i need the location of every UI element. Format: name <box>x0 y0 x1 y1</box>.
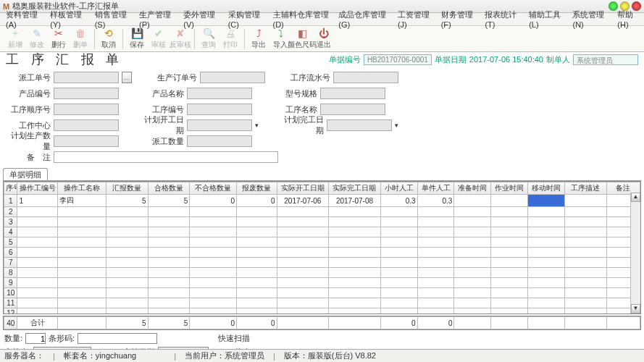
table-row[interactable]: 4 <box>4 227 640 237</box>
table-row[interactable]: 3 <box>4 217 640 227</box>
maker-label: 制单人 <box>546 54 570 65</box>
col-header[interactable]: 实际开工日期 <box>277 182 329 195</box>
status-acct-label: 帐套名： <box>64 351 96 360</box>
toolbar-颜色尺码[interactable]: ◧颜色尺码 <box>291 27 313 51</box>
qty-input[interactable] <box>25 333 46 344</box>
field-label: 工序名称 <box>272 104 317 115</box>
toolbar-退出[interactable]: ⏻退出 <box>313 27 335 51</box>
toolbar-打印: 🖨打印 <box>219 27 241 51</box>
menu-item[interactable]: 系统管理(N) <box>569 9 613 30</box>
table-row[interactable]: 11 <box>4 298 640 308</box>
field-input[interactable] <box>320 104 385 115</box>
field-input[interactable] <box>320 88 385 99</box>
col-header[interactable]: 移动时间 <box>528 182 565 195</box>
取消-icon: ⟲ <box>102 28 115 39</box>
col-header[interactable]: 不合格数量 <box>190 182 237 195</box>
doc-no-label: 单据编号 <box>329 54 361 65</box>
field-input[interactable] <box>187 135 252 147</box>
反审核-icon: ✘ <box>174 28 187 39</box>
field-label: 派工单号 <box>6 72 51 83</box>
toolbar-取消[interactable]: ⟲取消 <box>98 27 120 51</box>
date-dropdown-icon[interactable]: ▾ <box>255 122 259 129</box>
toolbar-反审核: ✘反审核 <box>170 27 191 51</box>
scroll-down-icon[interactable]: ▼ <box>631 304 640 313</box>
col-header[interactable]: 作业时间 <box>491 182 528 195</box>
field-input[interactable] <box>54 104 119 115</box>
toolbar-保存[interactable]: 💾保存 <box>126 27 148 51</box>
grid-scrollbar[interactable]: ▲ ▼ <box>630 193 640 313</box>
field-input[interactable] <box>187 104 252 115</box>
tab-detail[interactable]: 单据明细 <box>3 168 48 180</box>
date-dropdown-icon[interactable]: ▾ <box>395 122 398 129</box>
detail-grid[interactable]: 序号操作工编号操作工名称汇报数量合格数量不合格数量报废数量实际开工日期实际完工日… <box>3 181 641 314</box>
menu-item[interactable]: 财务管理(F) <box>438 9 481 30</box>
col-header[interactable]: 小时人工 <box>380 182 417 195</box>
status-bar: 服务器名： | 帐套名：yingchuang | 当前用户：系统管理员 | 版本… <box>0 349 644 362</box>
table-row[interactable]: 12 <box>4 308 640 315</box>
lookup-button[interactable]: … <box>122 72 132 83</box>
field-input[interactable] <box>187 88 252 99</box>
col-header[interactable]: 报废数量 <box>237 182 277 195</box>
col-header[interactable]: 序号 <box>4 182 17 195</box>
field-input[interactable] <box>54 135 119 147</box>
quickscan-label: 快速扫描 <box>218 333 250 344</box>
status-user-label: 当前用户： <box>185 351 225 360</box>
field-input[interactable] <box>333 72 398 83</box>
toolbar-审核: ✔审核 <box>148 27 170 51</box>
status-ver-label: 版本： <box>284 351 308 360</box>
status-ver-value: 服装版(后台) V8.82 <box>308 351 376 360</box>
remark-label: 备 注 <box>6 152 51 163</box>
menu-item[interactable]: 工资管理(J) <box>395 9 437 30</box>
field-input[interactable] <box>54 72 119 83</box>
doc-no-value: HB20170706-0001 <box>364 54 432 65</box>
field-label: 型号规格 <box>272 88 317 99</box>
table-row[interactable]: 7 <box>4 258 640 268</box>
field-input[interactable] <box>327 119 392 131</box>
col-header[interactable]: 准备时间 <box>454 182 491 195</box>
保存-icon: 💾 <box>130 28 143 39</box>
field-input[interactable] <box>200 72 265 83</box>
col-header[interactable]: 工序描述 <box>564 182 606 195</box>
col-header[interactable]: 单件人工 <box>417 182 454 195</box>
field-label: 工序顺序号 <box>6 104 51 115</box>
status-acct-value: yingchuang <box>96 351 136 360</box>
field-input[interactable] <box>54 119 119 131</box>
col-header[interactable]: 操作工名称 <box>57 182 106 195</box>
field-label: 产品名称 <box>139 88 184 99</box>
field-label: 派工数量 <box>139 136 184 147</box>
退出-icon: ⏻ <box>317 28 330 39</box>
toolbar-导出[interactable]: ⤴导出 <box>248 27 269 51</box>
toolbar-删单: 🗑删单 <box>70 27 91 51</box>
menu-item[interactable]: 帮助(H) <box>614 9 644 30</box>
col-header[interactable]: 操作工编号 <box>17 182 57 195</box>
col-header[interactable]: 汇报数量 <box>106 182 148 195</box>
table-row[interactable]: 5 <box>4 237 640 248</box>
barcode-label: 条形码: <box>49 333 75 344</box>
menu-item[interactable]: 辅助工具(L) <box>526 9 568 30</box>
table-row[interactable]: 2 <box>4 207 640 217</box>
menu-bar: 资料管理(A)样板管理(Y)销售管理(S)生产管理(P)委外管理(V)采购管理(… <box>0 13 644 26</box>
新增-icon: ＋ <box>9 28 22 39</box>
table-row[interactable]: 11李四55002017-07-062017-07-080.30.3 <box>4 195 640 207</box>
scroll-up-icon[interactable]: ▲ <box>631 193 640 202</box>
field-input[interactable] <box>54 88 119 99</box>
doc-date-value: 2017-07-06 15:40:40 <box>469 55 543 64</box>
col-header[interactable]: 合格数量 <box>148 182 190 195</box>
menu-item[interactable]: 成品仓库管理(G) <box>335 9 393 30</box>
remark-input[interactable] <box>54 151 278 163</box>
table-row[interactable]: 10 <box>4 288 640 298</box>
barcode-input[interactable] <box>78 333 157 344</box>
table-row[interactable]: 8 <box>4 268 640 278</box>
修改-icon: ✎ <box>30 28 43 39</box>
form-body: 派工单号…生产订单号工序流水号产品编号产品名称型号规格工序顺序号工序编号工序名称… <box>0 67 644 167</box>
toolbar: ＋新增✎修改✂删行🗑删单⟲取消💾保存✔审核✘反审核🔍查询🖨打印⤴导出⤵导入◧颜色… <box>0 26 644 52</box>
审核-icon: ✔ <box>152 28 165 39</box>
menu-item[interactable]: 报表统计(T) <box>482 9 524 30</box>
field-label: 计划开工日期 <box>139 114 184 136</box>
toolbar-删行[interactable]: ✂删行 <box>48 27 70 51</box>
col-header[interactable]: 实际完工日期 <box>329 182 381 195</box>
field-input[interactable] <box>187 119 252 131</box>
table-row[interactable]: 6 <box>4 248 640 258</box>
table-row[interactable]: 9 <box>4 278 640 288</box>
导入-icon: ⤵ <box>274 28 287 39</box>
